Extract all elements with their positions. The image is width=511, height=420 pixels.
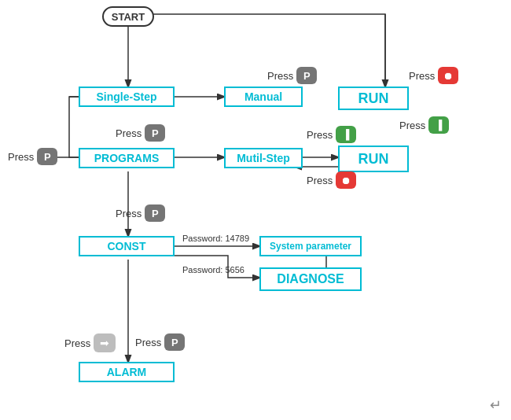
- run1-node: RUN: [338, 87, 409, 110]
- press-group-programs: Press P: [116, 124, 165, 142]
- run2-node: RUN: [338, 146, 409, 172]
- press-group-arrow: Press ➡: [64, 333, 116, 352]
- p-button-const[interactable]: P: [145, 204, 165, 222]
- right-arrow-icon: ➡: [100, 337, 109, 349]
- mutil-step-node: Mutil-Step: [224, 148, 303, 168]
- press-group-stop2: Press ⏺: [307, 171, 356, 189]
- play-icon2: ▐: [343, 129, 350, 140]
- password-14789-label: Password: 14789: [182, 234, 249, 243]
- play-button1[interactable]: ▐: [428, 116, 449, 134]
- stop-button1[interactable]: ⏺: [438, 67, 458, 84]
- system-param-node: System parameter: [259, 236, 362, 256]
- p-button-left[interactable]: P: [37, 148, 57, 165]
- press-group-play2: Press ▐: [307, 126, 356, 143]
- return-icon: ↵: [490, 396, 502, 414]
- press-group-play1: Press ▐: [399, 116, 449, 134]
- password-5656-label: Password: 5656: [182, 265, 244, 274]
- const-node: CONST: [79, 236, 175, 256]
- p-button-alarm[interactable]: P: [164, 333, 185, 351]
- play-button2[interactable]: ▐: [336, 126, 356, 143]
- press-group-left: Press P: [8, 148, 57, 165]
- diagnose-node: DIAGNOSE: [259, 267, 362, 291]
- press-group-alarm: Press P: [135, 333, 185, 351]
- stop-icon1: ⏺: [443, 70, 454, 82]
- single-step-node: Single-Step: [79, 87, 175, 107]
- p-button-manual[interactable]: P: [296, 67, 317, 84]
- press-group-stop1: Press ⏺: [409, 67, 458, 84]
- arrow-button[interactable]: ➡: [94, 333, 116, 352]
- stop-icon2: ⏺: [341, 175, 351, 186]
- play-icon1: ▐: [436, 120, 443, 131]
- stop-button2[interactable]: ⏺: [336, 171, 356, 189]
- manual-node: Manual: [224, 87, 303, 107]
- programs-node: PROGRAMS: [79, 148, 175, 168]
- press-group-const: Press P: [116, 204, 165, 222]
- start-node: START: [102, 6, 154, 27]
- diagram: START Single-Step Manual RUN Press P Pre…: [0, 0, 511, 420]
- alarm-node: ALARM: [79, 362, 175, 382]
- press-group-manual: Press P: [267, 67, 317, 84]
- p-button-programs[interactable]: P: [145, 124, 165, 142]
